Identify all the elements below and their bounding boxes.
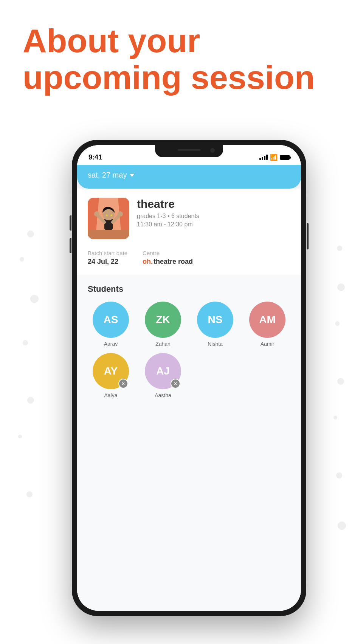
signal-bars-icon: [259, 155, 268, 160]
svg-text:★: ★: [110, 213, 113, 217]
session-top-row: ★ ★ theatre: [88, 198, 290, 239]
batch-start-value: 24 Jul, 22: [88, 258, 127, 266]
page-heading: About your upcoming session: [23, 23, 340, 96]
phone-screen: 9:41 📶 sat, 27 may: [77, 145, 301, 611]
volume-button-up: [70, 215, 71, 231]
student-avatar-nishta: NS: [197, 302, 233, 338]
svg-text:★: ★: [105, 213, 109, 217]
student-item-aastha[interactable]: AJ × Aastha: [140, 353, 186, 398]
session-info: theatre grades 1-3 • 6 students 11:30 am…: [137, 198, 290, 228]
student-avatar-aamir: AM: [249, 302, 285, 338]
student-item-nishta[interactable]: NS Nishta: [192, 302, 238, 347]
student-initials-aarav: AS: [104, 314, 118, 326]
remove-x-icon: ×: [122, 381, 125, 386]
students-title: Students: [88, 284, 290, 294]
date-selector[interactable]: sat, 27 may: [88, 171, 290, 180]
phone-body: 9:41 📶 sat, 27 may: [72, 140, 306, 616]
svg-point-9: [118, 211, 123, 217]
signal-bar-4: [266, 155, 268, 160]
wifi-icon: 📶: [270, 154, 278, 161]
remove-x-icon-2: ×: [174, 381, 177, 386]
app-header: sat, 27 may: [77, 165, 301, 189]
decorative-dot-7: [26, 491, 33, 497]
student-item-aalya[interactable]: AY × Aalya: [88, 353, 134, 398]
status-time: 9:41: [88, 153, 102, 161]
student-avatar-zahan: ZK: [145, 302, 181, 338]
decorative-dot-2: [20, 257, 24, 262]
student-initials-aalya: AY: [104, 365, 118, 377]
student-initials-zahan: ZK: [156, 314, 170, 326]
student-name-nishta: Nishta: [208, 341, 223, 347]
volume-button-down: [70, 238, 71, 253]
decorative-dot-6: [18, 435, 22, 438]
header-date: sat, 27 may: [88, 171, 127, 180]
signal-bar-3: [264, 156, 265, 160]
svg-rect-1: [88, 230, 129, 239]
battery-icon: [280, 155, 290, 160]
student-initials-aastha: AJ: [156, 365, 170, 377]
front-camera: [210, 148, 215, 153]
students-grid: AS Aarav ZK Zahan: [88, 302, 290, 398]
decorative-dot-3: [30, 295, 39, 303]
batch-start-label: Batch start date: [88, 250, 127, 256]
student-avatar-aastha: AJ ×: [145, 353, 181, 389]
phone-mockup: 9:41 📶 sat, 27 may: [38, 140, 340, 616]
student-name-aastha: Aastha: [155, 392, 171, 398]
student-name-aalya: Aalya: [104, 392, 117, 398]
decorative-dot-1: [27, 231, 34, 237]
session-time: 11:30 am - 12:30 pm: [137, 221, 290, 228]
student-avatar-aalya: AY ×: [93, 353, 129, 389]
centre-value: oh. theatre road: [143, 258, 193, 266]
centre-group: Centre oh. theatre road: [143, 250, 193, 266]
centre-brand: oh.: [143, 258, 153, 266]
student-name-zahan: Zahan: [155, 341, 171, 347]
heading-line2: upcoming session: [23, 59, 340, 96]
phone-notch: [155, 145, 223, 157]
session-card: ★ ★ theatre: [77, 189, 301, 275]
remove-aalya-button[interactable]: ×: [118, 379, 128, 389]
session-image: ★ ★: [88, 198, 129, 239]
signal-bar-1: [259, 158, 261, 160]
student-initials-nishta: NS: [208, 314, 223, 326]
centre-name: theatre road: [154, 258, 193, 266]
centre-label: Centre: [143, 250, 193, 256]
status-icons: 📶: [259, 154, 290, 161]
battery-tip: [290, 156, 291, 159]
remove-aastha-button[interactable]: ×: [171, 379, 180, 389]
speaker-grille: [178, 149, 200, 151]
signal-bar-2: [262, 157, 263, 160]
student-name-aarav: Aarav: [104, 341, 118, 347]
student-name-aamir: Aamir: [261, 341, 275, 347]
svg-point-8: [94, 211, 99, 217]
session-details-row: Batch start date 24 Jul, 22 Centre oh. t…: [88, 250, 290, 266]
date-chevron-icon: [130, 174, 134, 177]
session-students-count: 6 students: [171, 213, 199, 219]
dot-separator: •: [168, 213, 171, 219]
students-section: Students AS Aarav ZK: [77, 275, 301, 611]
heading-line1: About your: [23, 23, 340, 59]
decorative-dot-5: [27, 397, 34, 404]
session-grades-students: grades 1-3 • 6 students: [137, 213, 290, 220]
app-content: ★ ★ theatre: [77, 189, 301, 611]
power-button: [307, 223, 309, 249]
session-title: theatre: [137, 198, 290, 211]
batch-start-group: Batch start date 24 Jul, 22: [88, 250, 127, 266]
session-grades: grades 1-3: [137, 213, 166, 219]
student-item-zahan[interactable]: ZK Zahan: [140, 302, 186, 347]
student-item-aarav[interactable]: AS Aarav: [88, 302, 134, 347]
student-item-aamir[interactable]: AM Aamir: [244, 302, 290, 347]
student-avatar-aarav: AS: [93, 302, 129, 338]
student-initials-aamir: AM: [259, 314, 276, 326]
decorative-dot-4: [23, 340, 28, 345]
